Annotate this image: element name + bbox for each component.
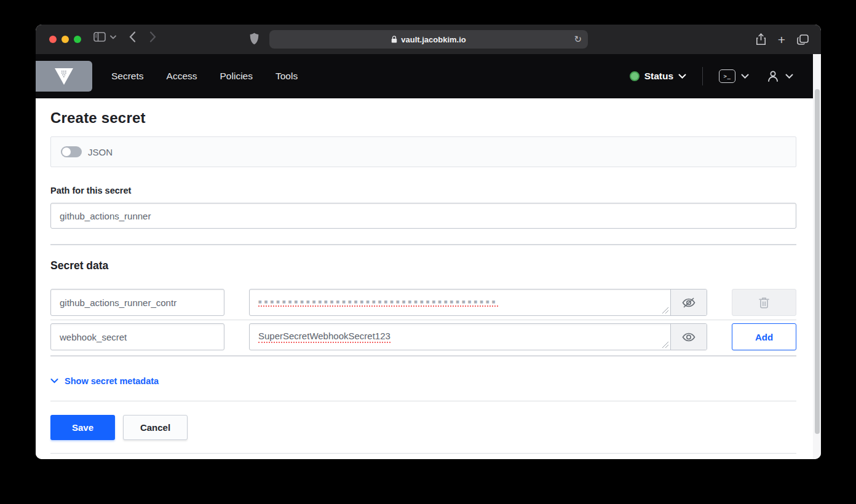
value-text: SuperSecretWebhookSecret123: [258, 331, 390, 343]
save-button[interactable]: Save: [50, 415, 115, 440]
path-field-label: Path for this secret: [50, 186, 131, 195]
nav-item-secrets[interactable]: Secrets: [111, 71, 144, 82]
eye-icon: [681, 331, 696, 343]
share-icon[interactable]: [756, 33, 766, 45]
key-input-value: github_actions_runner_contr: [60, 297, 176, 308]
delete-row-button[interactable]: [732, 289, 796, 316]
masked-value-text: ■■■■■■■■■■■■■■■■■■■■■■■■■■■■■■■■■■■■■■■■: [258, 298, 498, 307]
textarea-resize-handle[interactable]: [662, 307, 668, 313]
nav-item-tools[interactable]: Tools: [275, 71, 298, 82]
zoom-window-button[interactable]: [74, 36, 81, 43]
divider: [50, 401, 796, 401]
reload-icon[interactable]: ↻: [574, 34, 582, 45]
path-input[interactable]: github_actions_runner: [50, 203, 796, 229]
json-toggle-label: JSON: [88, 147, 113, 157]
status-indicator-icon: [630, 71, 640, 81]
page-title: Create secret: [50, 109, 146, 127]
value-textarea[interactable]: SuperSecretWebhookSecret123: [250, 324, 670, 350]
browser-toolbar: vault.jacobkim.io ↻ +: [36, 25, 821, 54]
tab-overview-icon[interactable]: [797, 34, 809, 45]
user-icon[interactable]: [766, 69, 780, 83]
metadata-link-label: Show secret metadata: [65, 376, 159, 386]
sidebar-chevron-down-icon[interactable]: [110, 35, 116, 39]
row-divider: [50, 320, 796, 320]
value-input-group: ■■■■■■■■■■■■■■■■■■■■■■■■■■■■■■■■■■■■■■■■: [249, 289, 707, 316]
create-secret-page: Create secret JSON Path for this secret …: [36, 98, 813, 459]
traffic-lights: [49, 36, 81, 43]
nav-item-access[interactable]: Access: [167, 71, 197, 82]
show-secret-metadata-link[interactable]: Show secret metadata: [50, 376, 159, 386]
browser-window: vault.jacobkim.io ↻ +: [36, 25, 821, 459]
lock-icon: [391, 36, 397, 43]
key-input-value: webhook_secret: [60, 332, 127, 342]
scrollbar-thumb[interactable]: [815, 89, 820, 434]
save-button-label: Save: [72, 422, 93, 433]
eye-off-icon: [681, 297, 696, 309]
console-chevron-down-icon[interactable]: [741, 74, 749, 79]
add-row-button[interactable]: Add: [732, 323, 796, 350]
trash-icon: [759, 297, 769, 309]
secret-kv-row: github_actions_runner_contr ■■■■■■■■■■■■…: [50, 289, 796, 316]
console-icon[interactable]: >_: [719, 69, 735, 83]
vault-logo[interactable]: [36, 61, 92, 92]
url-bar[interactable]: vault.jacobkim.io ↻: [269, 30, 588, 49]
navbar-divider: [702, 67, 703, 85]
hide-value-button[interactable]: [670, 289, 707, 315]
value-textarea[interactable]: ■■■■■■■■■■■■■■■■■■■■■■■■■■■■■■■■■■■■■■■■: [250, 289, 670, 315]
key-input[interactable]: github_actions_runner_contr: [50, 289, 224, 316]
value-input-group: SuperSecretWebhookSecret123: [249, 323, 707, 350]
chevron-down-icon: [50, 379, 58, 384]
bottom-divider: [50, 453, 796, 454]
section-divider: [50, 244, 796, 245]
minimize-window-button[interactable]: [61, 36, 69, 43]
cancel-button[interactable]: Cancel: [123, 415, 188, 440]
sidebar-toggle-icon[interactable]: [93, 32, 106, 42]
path-input-value: github_actions_runner: [60, 211, 151, 221]
key-input[interactable]: webhook_secret: [50, 323, 224, 350]
forward-button-icon[interactable]: [149, 31, 156, 42]
vault-logo-icon: [55, 68, 73, 85]
json-toggle-row: JSON: [50, 136, 796, 167]
user-chevron-down-icon[interactable]: [785, 74, 793, 79]
section-divider: [50, 355, 796, 356]
new-tab-icon[interactable]: +: [778, 33, 785, 46]
cancel-button-label: Cancel: [140, 422, 170, 433]
textarea-resize-handle[interactable]: [662, 342, 668, 348]
nav-item-policies[interactable]: Policies: [220, 71, 253, 82]
close-window-button[interactable]: [49, 36, 57, 43]
status-chevron-down-icon[interactable]: [678, 74, 686, 79]
privacy-shield-icon[interactable]: [250, 33, 259, 45]
vault-navbar: Secrets Access Policies Tools Status >_: [36, 54, 821, 98]
back-button-icon[interactable]: [129, 31, 136, 42]
secret-kv-row: webhook_secret SuperSecretWebhookSecret1…: [50, 323, 796, 350]
add-button-label: Add: [755, 332, 773, 342]
status-menu[interactable]: Status: [644, 71, 673, 82]
secret-data-heading: Secret data: [50, 259, 108, 272]
json-toggle[interactable]: [61, 146, 82, 157]
scrollbar-track[interactable]: [813, 54, 821, 459]
url-text: vault.jacobkim.io: [401, 35, 466, 44]
show-value-button[interactable]: [670, 324, 707, 350]
